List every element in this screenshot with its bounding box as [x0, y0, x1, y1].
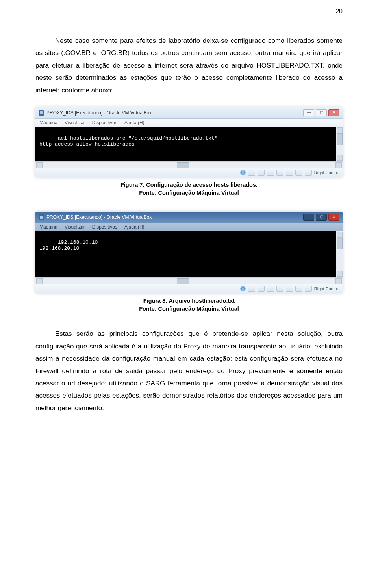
- status-icon: [267, 286, 274, 292]
- menu-item-machine[interactable]: Máquina: [39, 120, 57, 125]
- host-key-label: Right Control: [314, 286, 339, 291]
- figure-7-caption: Figura 7: Configuração de acesso hosts l…: [35, 182, 343, 188]
- close-button[interactable]: ✕: [328, 109, 339, 116]
- status-icon: [305, 286, 312, 292]
- menu-item-devices[interactable]: Dispositivos: [92, 224, 117, 230]
- vertical-scrollbar[interactable]: [336, 127, 343, 161]
- disk-icon: [240, 170, 246, 175]
- status-icon: [248, 170, 255, 176]
- maximize-button[interactable]: ▢: [316, 214, 327, 221]
- page-number: 20: [335, 8, 343, 15]
- paragraph-1: Neste caso somente para efeitos de labor…: [35, 35, 343, 96]
- vertical-scrollbar[interactable]: [336, 231, 343, 277]
- menu-item-machine[interactable]: Máquina: [39, 224, 57, 230]
- window-menubar: Máquina Visualizar Dispositivos Ajuda (H…: [35, 119, 343, 127]
- figure-7-screenshot: PROXY_IDS [Executando] - Oracle VM Virtu…: [35, 107, 343, 177]
- window-statusbar: Right Control: [35, 168, 343, 177]
- status-icon: [286, 170, 293, 176]
- menu-item-help[interactable]: Ajuda (H): [124, 120, 145, 125]
- horizontal-scrollbar[interactable]: [35, 161, 343, 168]
- window-title: PROXY_IDS [Executando] - Oracle VM Virtu…: [46, 214, 152, 220]
- minimize-button[interactable]: —: [303, 214, 314, 221]
- terminal-output: acl hostsliberados src "/etc/squid/hostl…: [35, 127, 343, 161]
- status-icon: [286, 286, 293, 292]
- figure-7-source: Fonte: Configuração Máquina Virtual: [35, 190, 343, 196]
- status-icon: [258, 170, 265, 176]
- figure-8-screenshot: PROXY_IDS [Executando] - Oracle VM Virtu…: [35, 212, 343, 293]
- window-titlebar: PROXY_IDS [Executando] - Oracle VM Virtu…: [35, 107, 343, 119]
- status-icon: [305, 170, 312, 176]
- minimize-button[interactable]: —: [303, 109, 314, 116]
- status-icon: [248, 286, 255, 292]
- status-icon: [295, 170, 302, 176]
- window-title: PROXY_IDS [Executando] - Oracle VM Virtu…: [46, 110, 152, 116]
- window-titlebar: PROXY_IDS [Executando] - Oracle VM Virtu…: [35, 212, 343, 223]
- terminal-output: 192.168.10.10 192.168.20.10 ~ ~: [35, 231, 343, 277]
- menu-item-devices[interactable]: Dispositivos: [92, 120, 117, 125]
- figure-8-source: Fonte: Configuração Máquina Virtual: [35, 306, 343, 312]
- paragraph-2: Estas serão as principais configurações …: [35, 328, 343, 414]
- host-key-label: Right Control: [314, 170, 339, 175]
- menu-item-view[interactable]: Visualizar: [65, 120, 85, 125]
- window-statusbar: Right Control: [35, 284, 343, 293]
- menu-item-help[interactable]: Ajuda (H): [124, 224, 145, 230]
- menu-item-view[interactable]: Visualizar: [65, 224, 85, 230]
- status-icon: [276, 170, 284, 176]
- figure-8-caption: Figura 8: Arquivo hostliberado.txt: [35, 298, 343, 304]
- status-icon: [295, 286, 302, 292]
- virtualbox-icon: [39, 110, 44, 116]
- close-button[interactable]: ✕: [328, 214, 339, 221]
- maximize-button[interactable]: ▢: [316, 109, 327, 116]
- window-menubar: Máquina Visualizar Dispositivos Ajuda (H…: [35, 223, 343, 231]
- horizontal-scrollbar[interactable]: [35, 277, 343, 284]
- status-icon: [258, 286, 265, 292]
- status-icon: [267, 170, 274, 176]
- disk-icon: [240, 286, 246, 291]
- status-icon: [276, 286, 284, 292]
- virtualbox-icon: [39, 214, 44, 220]
